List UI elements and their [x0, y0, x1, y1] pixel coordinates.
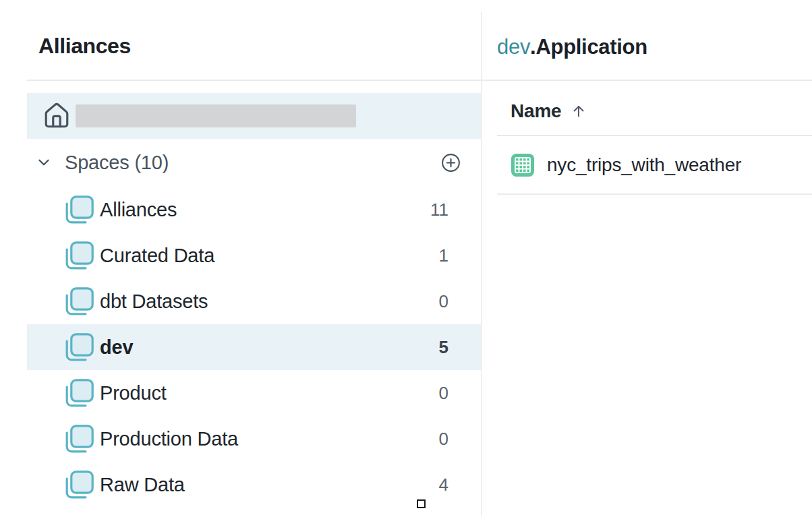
sidebar-header-divider [27, 80, 481, 81]
stacked-squares-icon [65, 287, 94, 316]
space-item-count: 1 [408, 245, 448, 266]
space-item-count: 0 [408, 429, 448, 450]
space-item-label: Product [100, 382, 167, 404]
space-item-production-data[interactable]: Production Data 0 [27, 416, 481, 462]
space-item-label: Curated Data [100, 245, 214, 267]
main-header-divider [482, 80, 812, 81]
stacked-squares-icon [65, 195, 94, 224]
breadcrumb-entity: Application [535, 35, 647, 59]
plus-circle-icon [440, 152, 461, 173]
space-item-raw-data[interactable]: Raw Data 4 [27, 462, 481, 508]
space-item-curated-data[interactable]: Curated Data 1 [27, 233, 481, 278]
column-header-label: Name [511, 100, 561, 122]
arrow-up-icon [571, 103, 587, 119]
spaces-list: Alliances 11 Curated Data 1 dbt Datasets… [27, 187, 481, 508]
home-icon [42, 102, 71, 130]
space-item-label: Alliances [100, 199, 177, 221]
stacked-squares-icon [65, 470, 94, 499]
spaces-section-label: Spaces (10) [65, 152, 169, 174]
space-item-dbt-datasets[interactable]: dbt Datasets 0 [27, 278, 481, 324]
panel-divider [481, 12, 482, 516]
table-row-name: nyc_trips_with_weather [547, 154, 741, 176]
app-window: Alliances Spaces (10) [0, 0, 812, 519]
table-row[interactable]: nyc_trips_with_weather [497, 136, 812, 195]
sidebar-title: Alliances [38, 34, 131, 59]
space-item-product[interactable]: Product 0 [27, 370, 481, 416]
space-item-label: dbt Datasets [100, 291, 208, 313]
space-item-count: 4 [408, 475, 448, 495]
stacked-squares-icon [65, 425, 94, 454]
data-table-icon [511, 153, 535, 177]
chevron-down-icon[interactable] [35, 154, 53, 171]
stacked-squares-icon [65, 241, 94, 270]
home-row[interactable] [27, 93, 481, 139]
space-item-dev-selected[interactable]: dev 5 [27, 324, 481, 370]
column-header-name[interactable]: Name [497, 88, 812, 135]
stacked-squares-icon [65, 333, 94, 362]
space-item-count: 5 [408, 337, 448, 358]
spaces-section-header: Spaces (10) [27, 146, 481, 179]
space-item-count: 0 [408, 383, 448, 404]
redacted-text-bar [76, 104, 356, 127]
space-item-alliances[interactable]: Alliances 11 [27, 187, 481, 233]
space-item-label: Production Data [100, 428, 238, 450]
cursor-artifact [417, 499, 426, 508]
space-item-count: 0 [408, 291, 448, 312]
stacked-squares-icon [65, 379, 94, 408]
space-item-count: 11 [408, 200, 448, 220]
space-item-label: Raw Data [100, 474, 185, 496]
space-item-label: dev [100, 336, 133, 359]
breadcrumb: dev.Application [497, 35, 647, 59]
add-space-button[interactable] [440, 152, 461, 173]
breadcrumb-space[interactable]: dev [497, 35, 530, 59]
